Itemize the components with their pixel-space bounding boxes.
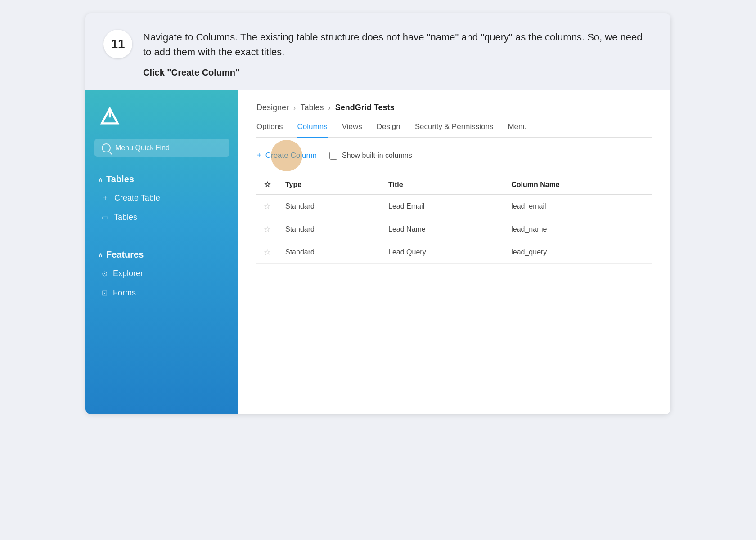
breadcrumb-designer[interactable]: Designer — [256, 103, 289, 112]
tab-security-permissions[interactable]: Security & Permissions — [415, 122, 494, 138]
sidebar-section-tables: ∧ Tables ＋ Create Table ▭ Tables — [86, 166, 238, 232]
instruction-body: Navigate to Columns. The existing table … — [143, 30, 652, 59]
show-builtin-checkbox-area[interactable]: Show built-in columns — [329, 152, 412, 160]
breadcrumb-tables[interactable]: Tables — [300, 103, 324, 112]
table-row: ☆ Standard Lead Query lead_query — [256, 241, 652, 264]
col-header-title: Title — [381, 175, 504, 195]
sidebar: Menu Quick Find ∧ Tables ＋ Create Table … — [86, 90, 238, 414]
tabs-bar: Options Columns Views Design Security & … — [256, 122, 652, 138]
row-star-1[interactable]: ☆ — [256, 218, 278, 241]
tab-options[interactable]: Options — [256, 122, 283, 138]
row-star-2[interactable]: ☆ — [256, 241, 278, 264]
tab-views[interactable]: Views — [342, 122, 362, 138]
table-row: ☆ Standard Lead Email lead_email — [256, 195, 652, 218]
row-column-name-0: lead_email — [504, 195, 652, 218]
sidebar-item-tables[interactable]: ▭ Tables — [94, 208, 230, 227]
row-type-2: Standard — [278, 241, 381, 264]
table-header-row: ☆ Type Title Column Name — [256, 175, 652, 195]
features-section-label: Features — [106, 250, 144, 260]
ui-area: Menu Quick Find ∧ Tables ＋ Create Table … — [86, 90, 670, 414]
explorer-label: Explorer — [113, 269, 143, 278]
sidebar-item-explorer[interactable]: ⊙ Explorer — [94, 264, 230, 283]
row-type-0: Standard — [278, 195, 381, 218]
click-instruction: Click "Create Column" — [143, 67, 652, 78]
plus-icon: + — [256, 150, 262, 161]
explorer-icon: ⊙ — [102, 269, 108, 278]
row-title-0: Lead Email — [381, 195, 504, 218]
breadcrumb-sep-2: › — [328, 104, 330, 112]
show-builtin-checkbox[interactable] — [329, 152, 338, 160]
plus-icon: ＋ — [102, 193, 109, 203]
breadcrumb-sep-1: › — [293, 104, 296, 112]
sidebar-search[interactable]: Menu Quick Find — [94, 139, 230, 157]
create-table-label: Create Table — [114, 193, 160, 203]
main-content: Designer › Tables › SendGrid Tests Optio… — [238, 90, 670, 414]
features-section-header[interactable]: ∧ Features — [94, 246, 230, 263]
breadcrumb-current: SendGrid Tests — [335, 103, 395, 112]
tables-label: Tables — [114, 213, 137, 222]
columns-table: ☆ Type Title Column Name ☆ Standard Lead… — [256, 175, 652, 264]
sidebar-item-create-table[interactable]: ＋ Create Table — [94, 189, 230, 207]
sidebar-section-features: ∧ Features ⊙ Explorer ⊡ Forms — [86, 241, 238, 308]
row-title-1: Lead Name — [381, 218, 504, 241]
forms-icon: ⊡ — [102, 289, 108, 297]
col-header-column-name: Column Name — [504, 175, 652, 195]
show-builtin-label: Show built-in columns — [342, 152, 412, 160]
forms-label: Forms — [113, 288, 136, 298]
search-icon — [102, 143, 111, 152]
table-row: ☆ Standard Lead Name lead_name — [256, 218, 652, 241]
step-badge: 11 — [104, 30, 132, 58]
tables-section-header[interactable]: ∧ Tables — [94, 170, 230, 188]
search-placeholder: Menu Quick Find — [115, 144, 170, 152]
instruction-text: Navigate to Columns. The existing table … — [143, 30, 652, 78]
chevron-icon: ∧ — [98, 176, 103, 183]
tab-menu[interactable]: Menu — [508, 122, 527, 138]
create-column-button[interactable]: + Create Column — [256, 150, 317, 161]
tab-columns[interactable]: Columns — [297, 122, 328, 138]
tab-design[interactable]: Design — [377, 122, 400, 138]
create-column-label: Create Column — [266, 151, 317, 160]
main-card: 11 Navigate to Columns. The existing tab… — [86, 13, 670, 414]
sidebar-divider — [94, 237, 230, 237]
row-type-1: Standard — [278, 218, 381, 241]
table-icon: ▭ — [102, 213, 108, 222]
row-column-name-1: lead_name — [504, 218, 652, 241]
col-header-type: Type — [278, 175, 381, 195]
col-header-star: ☆ — [256, 175, 278, 195]
instruction-area: 11 Navigate to Columns. The existing tab… — [86, 13, 670, 90]
breadcrumb: Designer › Tables › SendGrid Tests — [256, 103, 652, 112]
sidebar-item-forms[interactable]: ⊡ Forms — [94, 284, 230, 302]
app-logo[interactable] — [98, 105, 122, 128]
row-column-name-2: lead_query — [504, 241, 652, 264]
sidebar-logo — [86, 90, 238, 139]
row-star-0[interactable]: ☆ — [256, 195, 278, 218]
row-title-2: Lead Query — [381, 241, 504, 264]
chevron-icon-2: ∧ — [98, 251, 103, 259]
tables-section-label: Tables — [106, 174, 134, 184]
toolbar: + Create Column Show built-in columns — [256, 150, 652, 161]
